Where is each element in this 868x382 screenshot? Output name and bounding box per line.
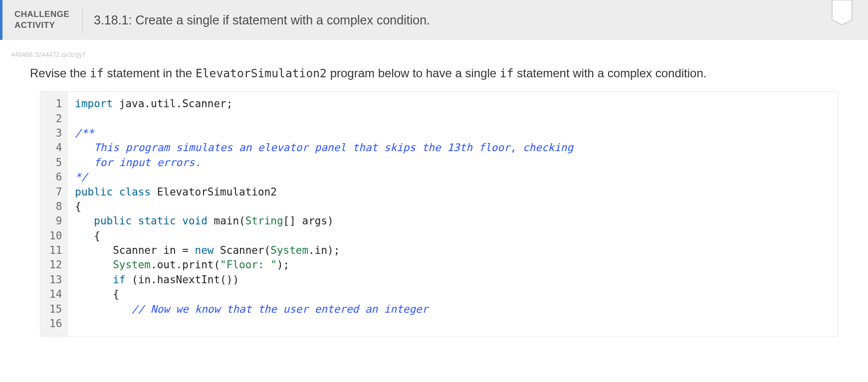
code-line[interactable]: public static void main(String[] args) <box>75 214 831 228</box>
code-line[interactable]: public class ElevatorSimulation2 <box>75 185 831 199</box>
bookmark-button[interactable] <box>830 0 868 40</box>
line-number: 14 <box>47 287 64 302</box>
code-editor[interactable]: 12345678910111213141516 import java.util… <box>40 91 838 337</box>
line-number: 12 <box>47 258 64 272</box>
instr-part: program below to have a single <box>327 66 500 80</box>
instr-part: Revise the <box>30 66 90 80</box>
activity-id: 448466.3244472.qx3zqy7 <box>0 40 868 58</box>
line-number: 10 <box>47 229 64 243</box>
challenge-label: CHALLENGE ACTIVITY <box>2 0 82 40</box>
code-line[interactable]: { <box>75 199 831 214</box>
bookmark-icon <box>830 0 854 27</box>
line-number: 13 <box>47 273 64 287</box>
code-line[interactable]: import java.util.Scanner; <box>75 97 831 111</box>
challenge-title: 3.18.1: Create a single if statement wit… <box>83 0 830 40</box>
challenge-header: CHALLENGE ACTIVITY 3.18.1: Create a sing… <box>0 0 868 40</box>
line-number: 4 <box>47 141 64 155</box>
challenge-label-line1: CHALLENGE <box>14 9 70 20</box>
code-line[interactable]: if (in.hasNextInt()) <box>75 273 831 287</box>
challenge-label-line2: ACTIVITY <box>14 20 70 31</box>
code-line[interactable]: This program simulates an elevator panel… <box>75 141 831 155</box>
code-line[interactable]: { <box>75 287 831 302</box>
code-line[interactable]: System.out.print("Floor: "); <box>75 258 831 272</box>
line-number: 1 <box>47 97 64 111</box>
code-line[interactable] <box>75 112 831 126</box>
line-number: 3 <box>47 126 64 141</box>
instr-part: statement with a complex condition. <box>514 66 707 80</box>
line-number: 8 <box>47 199 64 214</box>
line-number: 9 <box>47 214 64 228</box>
line-number: 15 <box>47 302 64 317</box>
instr-code: if <box>90 67 104 80</box>
code-line[interactable]: for input errors. <box>75 156 831 170</box>
line-number: 11 <box>47 243 64 258</box>
code-area[interactable]: import java.util.Scanner; /** This progr… <box>68 92 838 336</box>
code-line[interactable]: */ <box>75 170 831 185</box>
line-number-gutter: 12345678910111213141516 <box>40 92 68 336</box>
line-number: 16 <box>47 317 64 331</box>
line-number: 6 <box>47 170 64 185</box>
line-number: 2 <box>47 112 64 126</box>
instr-part: statement in the <box>104 66 196 80</box>
line-number: 5 <box>47 156 64 170</box>
code-line[interactable]: { <box>75 229 831 243</box>
instr-code: ElevatorSimulation2 <box>196 67 327 80</box>
code-line[interactable]: // Now we know that the user entered an … <box>75 302 831 317</box>
code-line[interactable]: Scanner in = new Scanner(System.in); <box>75 243 831 258</box>
line-number: 7 <box>47 185 64 199</box>
code-line[interactable] <box>75 317 831 331</box>
instructions-text: Revise the if statement in the ElevatorS… <box>0 58 868 91</box>
code-line[interactable]: /** <box>75 126 831 141</box>
instr-code: if <box>500 67 514 80</box>
